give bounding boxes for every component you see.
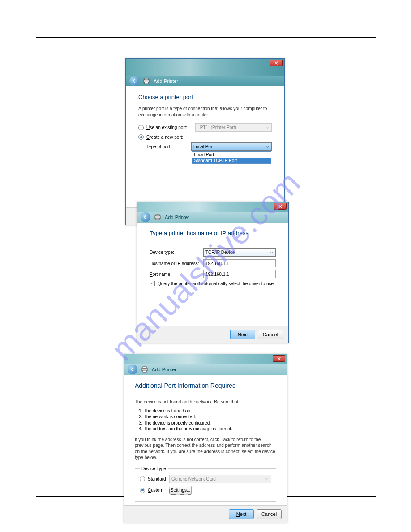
printer-icon — [154, 214, 161, 220]
type-of-port-label: Type of port: — [146, 144, 191, 149]
dialog-choose-port: Add Printer Choose a printer port A prin… — [125, 58, 285, 225]
label-create-new: Create a new port: — [146, 135, 183, 140]
radio-create-new[interactable] — [138, 134, 144, 140]
svg-rect-5 — [156, 218, 159, 220]
window-title: Add Printer — [154, 78, 178, 84]
close-button[interactable] — [273, 355, 285, 362]
heading: Type a printer hostname or IP address — [150, 230, 276, 236]
dialog-footer: Next Cancel — [137, 326, 288, 343]
header-row: Add Printer — [124, 364, 287, 375]
paragraph: If you think the address is not correct,… — [135, 437, 276, 461]
close-icon — [274, 61, 278, 65]
back-button[interactable] — [141, 212, 150, 222]
not-found-text: The device is not found on the network. … — [135, 399, 276, 405]
dropdown-opt-local[interactable]: Local Port — [192, 152, 271, 158]
back-arrow-icon — [143, 215, 148, 219]
radio-standard[interactable] — [140, 476, 145, 481]
portname-label: Port name: — [150, 272, 203, 277]
printer-icon — [143, 78, 150, 84]
chevron-down-icon — [264, 144, 270, 150]
checklist: The device is turned on. The network is … — [144, 408, 276, 432]
dialog-content: Choose a printer port A printer port is … — [126, 86, 284, 207]
titlebar — [126, 59, 284, 76]
close-button[interactable] — [274, 203, 287, 210]
titlebar — [137, 202, 288, 212]
type-of-port-value: Local Port — [193, 144, 214, 149]
horizontal-rule-top — [36, 37, 376, 38]
svg-rect-7 — [143, 367, 146, 368]
query-checkbox-label: Query the printer and automatically sele… — [158, 281, 274, 286]
back-arrow-icon — [132, 79, 137, 83]
standard-label: Standard — [148, 476, 169, 481]
back-arrow-icon — [130, 367, 135, 372]
next-button[interactable]: Next — [229, 509, 254, 519]
heading: Choose a printer port — [138, 94, 272, 100]
type-of-port-select[interactable]: Local Port Local Port Standard TCP/IP Po… — [191, 142, 272, 151]
list-item: The device is turned on. — [144, 408, 276, 414]
settings-button[interactable]: Settings... — [169, 486, 192, 495]
dialog-content: Type a printer hostname or IP address De… — [137, 223, 288, 326]
port-type-dropdown: Local Port Standard TCP/IP Port — [192, 151, 271, 164]
close-icon — [278, 205, 282, 208]
dropdown-opt-tcpip[interactable]: Standard TCP/IP Port — [192, 158, 271, 163]
chevron-down-icon — [264, 124, 270, 130]
close-button[interactable] — [270, 60, 283, 66]
window-title: Add Printer — [165, 215, 189, 220]
cancel-button[interactable]: Cancel — [257, 509, 282, 519]
svg-rect-4 — [156, 215, 159, 216]
radio-use-existing[interactable] — [138, 125, 144, 130]
dialog-hostname: Add Printer Type a printer hostname or I… — [137, 202, 289, 343]
dialog-content: Additional Port Information Required The… — [124, 375, 287, 505]
heading: Additional Port Information Required — [135, 382, 276, 389]
header-row: Add Printer — [126, 76, 284, 86]
group-legend: Device Type — [140, 466, 168, 471]
back-button[interactable] — [128, 365, 137, 374]
list-item: The network is connected. — [144, 414, 276, 420]
svg-rect-8 — [143, 370, 146, 372]
device-type-select[interactable]: TCP/IP Device — [203, 248, 276, 257]
description: A printer port is a type of connection t… — [138, 106, 272, 118]
device-type-group: Device Type Standard Generic Network Car… — [135, 466, 276, 502]
query-checkbox[interactable] — [150, 281, 155, 286]
radio-custom[interactable] — [140, 488, 145, 493]
hostname-label: Hostname or IP address: — [150, 261, 203, 266]
chevron-down-icon — [268, 249, 274, 255]
back-button[interactable] — [129, 76, 139, 86]
device-type-value: TCP/IP Device — [206, 250, 235, 255]
portname-input[interactable] — [203, 270, 276, 278]
list-item: The address on the previous page is corr… — [144, 426, 276, 432]
window-title: Add Printer — [152, 367, 176, 372]
existing-port-select: LPT1: (Printer Port) — [195, 123, 272, 132]
close-icon — [277, 357, 281, 360]
device-type-label: Device type: — [150, 250, 203, 255]
chevron-down-icon — [264, 476, 270, 482]
standard-value: Generic Network Card — [171, 476, 216, 481]
next-button[interactable]: Next — [230, 330, 255, 339]
cancel-button[interactable]: Cancel — [258, 330, 283, 339]
label-use-existing: Use an existing port: — [146, 125, 187, 130]
dialog-additional-port-info: Add Printer Additional Port Information … — [124, 354, 287, 523]
existing-port-value: LPT1: (Printer Port) — [197, 125, 236, 130]
dialog-footer: Next Cancel — [124, 505, 287, 523]
svg-rect-2 — [145, 82, 148, 84]
header-row: Add Printer — [137, 212, 288, 223]
list-item: The device is properly configured. — [144, 420, 276, 426]
hostname-input[interactable] — [203, 259, 276, 267]
svg-rect-1 — [145, 78, 148, 80]
custom-label: Custom — [148, 488, 169, 493]
standard-select: Generic Network Card — [169, 475, 271, 483]
printer-icon — [141, 366, 148, 373]
titlebar — [124, 354, 287, 364]
